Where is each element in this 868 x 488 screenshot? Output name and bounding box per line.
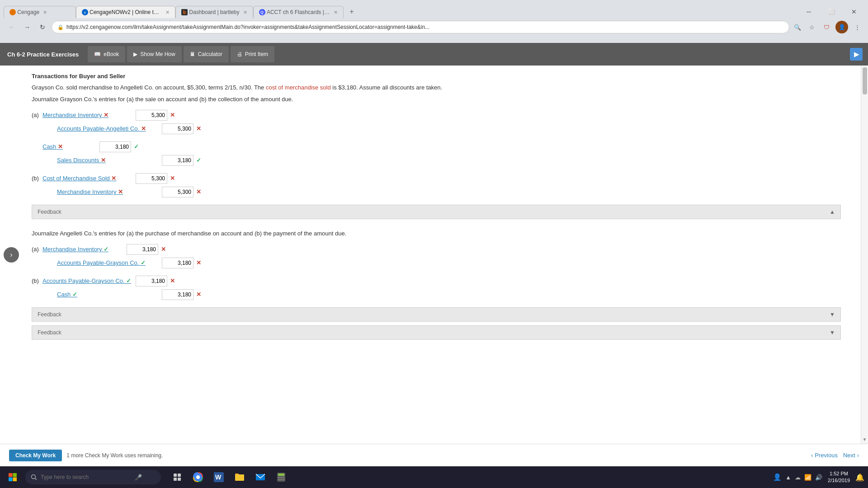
- back-button[interactable]: ←: [5, 21, 18, 33]
- grayson-a-debit-input[interactable]: [136, 110, 167, 121]
- tab-cengage-close[interactable]: ✕: [43, 9, 47, 15]
- grayson-b-credit-input[interactable]: [162, 187, 193, 197]
- taskbar-calculator[interactable]: [272, 467, 290, 487]
- search-icon[interactable]: 🔍: [792, 22, 803, 33]
- feedback-collapse-3[interactable]: ▼: [830, 329, 835, 336]
- svg-point-6: [32, 475, 36, 479]
- windows-start-button[interactable]: [4, 467, 22, 487]
- tab-bartleby-close[interactable]: ✕: [243, 9, 247, 15]
- taskbar-taskview[interactable]: [168, 467, 186, 487]
- angelleti-a-credit-account[interactable]: Accounts Payable-Grayson Co. ✓: [57, 259, 147, 266]
- tab-cengagenow[interactable]: c CengageNOWv2 | Online teachin... ✕: [76, 6, 175, 18]
- notification-icon[interactable]: 🔔: [855, 473, 864, 482]
- tab-cengagenow-close[interactable]: ✕: [165, 9, 170, 15]
- angelleti-b-debit-x: ✕: [170, 277, 175, 284]
- feedback-collapse-1[interactable]: ▲: [830, 209, 835, 215]
- next-icon: ›: [857, 452, 859, 459]
- svg-line-7: [35, 479, 37, 480]
- taskbar-word[interactable]: W: [210, 467, 228, 487]
- angelleti-entries: (a) Merchandise Inventory ✓ ✕ Accounts P…: [32, 244, 841, 300]
- angelleti-b-debit-input[interactable]: [136, 276, 167, 286]
- angelleti-a-debit-input[interactable]: [127, 244, 158, 255]
- taskbar-time[interactable]: 1:52 PM 2/16/2019: [828, 470, 850, 484]
- nav-arrow-left[interactable]: ›: [4, 247, 19, 263]
- network-icon[interactable]: ▲: [785, 474, 791, 481]
- grayson-a-debit-account[interactable]: Merchandise Inventory ✕: [42, 112, 133, 118]
- browser-tabs: Cengage ✕ c CengageNOWv2 | Online teachi…: [0, 0, 868, 18]
- angelleti-b-credit-account[interactable]: Cash ✓: [57, 291, 147, 298]
- calculator-icon: 🖩: [190, 51, 195, 57]
- ebook-icon: 📖: [94, 51, 101, 57]
- previous-button[interactable]: ‹ Previous: [811, 452, 838, 459]
- angelleti-b-credit-input[interactable]: [162, 289, 193, 300]
- scrollbar-down-arrow[interactable]: ▼: [863, 437, 867, 442]
- url-text: https://v2.cengagenow.com/ilrn/takeAssig…: [66, 24, 429, 30]
- feedback-collapse-2[interactable]: ▼: [830, 311, 835, 318]
- minimize-button[interactable]: ─: [798, 5, 819, 18]
- grayson-a-credit-row: Accounts Payable-Angelleti Co. ✕ ✕: [32, 123, 841, 134]
- bookmark-icon[interactable]: ☆: [807, 22, 817, 33]
- taskbar: 🎤: [0, 466, 868, 488]
- grayson-a2-debit-input[interactable]: [99, 141, 131, 152]
- svg-rect-2: [9, 473, 13, 477]
- print-item-button[interactable]: 🖨 Print Item: [231, 46, 274, 62]
- scrollbar-thumb[interactable]: [863, 67, 867, 94]
- onedrive-icon[interactable]: ☁: [795, 474, 801, 481]
- print-icon: 🖨: [237, 51, 242, 57]
- shield-icon[interactable]: 🛡: [821, 22, 832, 33]
- menu-icon[interactable]: ⋮: [852, 22, 863, 33]
- close-button[interactable]: ✕: [844, 5, 864, 18]
- ebook-label: eBook: [104, 51, 119, 57]
- next-button[interactable]: Next ›: [843, 452, 859, 459]
- grayson-a2-credit-input[interactable]: [162, 155, 193, 166]
- angelleti-a-label: (a): [32, 246, 42, 253]
- people-icon[interactable]: 👤: [773, 473, 782, 481]
- forward-button[interactable]: →: [21, 21, 33, 33]
- grayson-a-credit-input[interactable]: [162, 123, 193, 134]
- address-bar[interactable]: 🔒 https://v2.cengagenow.com/ilrn/takeAss…: [52, 21, 789, 33]
- highlight-text: cost of merchandise sold: [266, 84, 331, 91]
- svg-rect-25: [283, 479, 284, 480]
- grayson-a2-debit-account[interactable]: Cash ✕: [42, 143, 97, 150]
- taskbar-search[interactable]: 🎤: [25, 470, 161, 484]
- taskbar-chrome[interactable]: [189, 467, 207, 487]
- angelleti-b-debit-account[interactable]: Accounts Payable-Grayson Co. ✓: [42, 277, 133, 284]
- taskbar-mic-icon[interactable]: 🎤: [135, 474, 142, 481]
- taskbar-mail[interactable]: [251, 467, 269, 487]
- svg-rect-22: [283, 477, 284, 478]
- scrollbar[interactable]: ▼: [861, 66, 868, 444]
- angelleti-a-credit-input[interactable]: [162, 258, 193, 268]
- ebook-button[interactable]: 📖 eBook: [88, 46, 125, 62]
- feedback-bar-1[interactable]: Feedback ▲: [32, 205, 841, 219]
- wifi-icon[interactable]: 📶: [804, 474, 811, 481]
- grayson-b-debit-input[interactable]: [136, 173, 167, 184]
- grayson-b-credit-account[interactable]: Merchandise Inventory ✕: [57, 188, 147, 195]
- calculator-button[interactable]: 🖩 Calculator: [184, 46, 229, 62]
- grayson-b-debit-account[interactable]: Cost of Merchandise Sold ✕: [42, 175, 133, 182]
- feedback-bar-3[interactable]: Feedback ▼: [32, 325, 841, 340]
- description-text1: Grayson Co. sold merchandise to Angellet…: [32, 84, 264, 91]
- grayson-a-credit-account[interactable]: Accounts Payable-Angelleti Co. ✕: [57, 125, 147, 132]
- angelleti-a-debit-account[interactable]: Merchandise Inventory ✓: [42, 246, 124, 253]
- grayson-a2-credit-row: Sales Discounts ✕ ✓: [32, 155, 841, 166]
- grayson-a2-credit-account[interactable]: Sales Discounts ✕: [57, 157, 147, 164]
- tab-quizlet-close[interactable]: ✕: [334, 9, 338, 15]
- taskbar-file-explorer[interactable]: [231, 467, 249, 487]
- check-my-work-button[interactable]: Check My Work: [9, 450, 62, 461]
- angelleti-a-credit-row: Accounts Payable-Grayson Co. ✓ ✕: [32, 258, 841, 268]
- tab-bartleby[interactable]: b Dashboard | bartleby ✕: [175, 6, 253, 18]
- svg-text:c: c: [84, 11, 86, 14]
- show-me-how-label: Show Me How: [140, 51, 175, 57]
- maximize-button[interactable]: ⬜: [821, 5, 842, 18]
- feedback-bar-2[interactable]: Feedback ▼: [32, 307, 841, 322]
- new-tab-button[interactable]: +: [345, 5, 358, 18]
- tab-cengage[interactable]: Cengage ✕: [4, 6, 76, 18]
- tab-quizlet[interactable]: Q ACCT ch 6 Flashcards | Quizlet ✕: [253, 6, 344, 18]
- grayson-a-credit-x: ✕: [141, 125, 146, 132]
- svg-rect-11: [178, 478, 181, 481]
- show-me-how-button[interactable]: ▶ Show Me How: [127, 46, 181, 62]
- speaker-icon[interactable]: 🔊: [815, 474, 822, 481]
- taskbar-search-input[interactable]: [41, 474, 131, 480]
- refresh-button[interactable]: ↻: [36, 21, 49, 33]
- profile-icon[interactable]: 👤: [835, 21, 848, 33]
